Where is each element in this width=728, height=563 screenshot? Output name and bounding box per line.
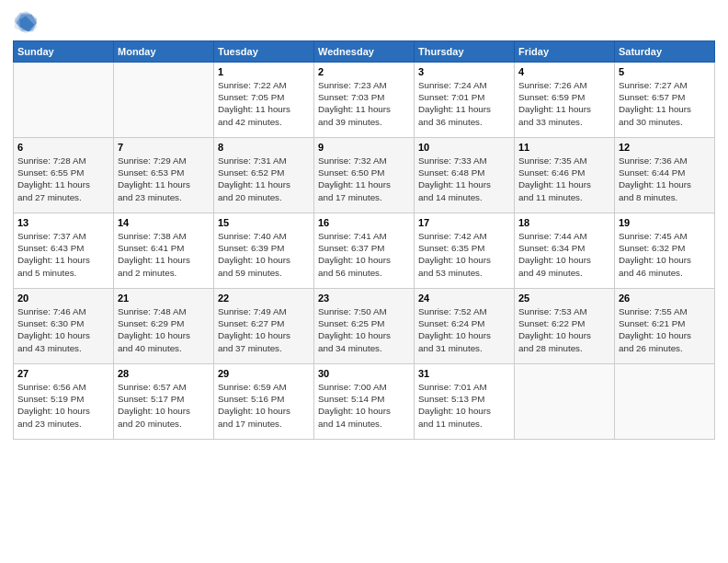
- day-number: 6: [17, 142, 109, 153]
- day-number: 19: [619, 217, 711, 228]
- day-number: 20: [17, 293, 109, 304]
- col-header-tuesday: Tuesday: [214, 41, 314, 63]
- day-info: Sunrise: 7:52 AM Sunset: 6:24 PM Dayligh…: [418, 305, 510, 354]
- day-cell: 30Sunrise: 7:00 AM Sunset: 5:14 PM Dayli…: [314, 364, 415, 440]
- day-info: Sunrise: 7:38 AM Sunset: 6:41 PM Dayligh…: [118, 230, 210, 279]
- day-number: 12: [619, 142, 711, 153]
- day-cell: 18Sunrise: 7:44 AM Sunset: 6:34 PM Dayli…: [515, 213, 615, 289]
- day-info: Sunrise: 7:29 AM Sunset: 6:53 PM Dayligh…: [118, 155, 210, 203]
- day-number: 16: [318, 217, 410, 228]
- day-number: 4: [518, 66, 610, 77]
- day-number: 11: [518, 142, 610, 153]
- day-number: 13: [17, 217, 109, 228]
- header: [13, 9, 715, 35]
- day-cell: 14Sunrise: 7:38 AM Sunset: 6:41 PM Dayli…: [114, 213, 214, 289]
- day-info: Sunrise: 7:22 AM Sunset: 7:05 PM Dayligh…: [218, 79, 310, 128]
- day-info: Sunrise: 7:37 AM Sunset: 6:43 PM Dayligh…: [17, 230, 109, 279]
- day-cell: 27Sunrise: 6:56 AM Sunset: 5:19 PM Dayli…: [14, 364, 114, 440]
- logo: [13, 9, 42, 35]
- day-number: 21: [118, 293, 210, 304]
- day-cell: 7Sunrise: 7:29 AM Sunset: 6:53 PM Daylig…: [114, 138, 214, 213]
- day-number: 18: [518, 217, 610, 228]
- day-cell: 3Sunrise: 7:24 AM Sunset: 7:01 PM Daylig…: [415, 63, 515, 138]
- day-info: Sunrise: 7:42 AM Sunset: 6:35 PM Dayligh…: [418, 230, 510, 279]
- day-info: Sunrise: 7:23 AM Sunset: 7:03 PM Dayligh…: [318, 79, 410, 128]
- day-cell: [515, 364, 615, 440]
- day-cell: 22Sunrise: 7:49 AM Sunset: 6:27 PM Dayli…: [214, 289, 314, 364]
- day-cell: 12Sunrise: 7:36 AM Sunset: 6:44 PM Dayli…: [615, 138, 715, 213]
- day-cell: [615, 364, 715, 440]
- day-info: Sunrise: 7:41 AM Sunset: 6:37 PM Dayligh…: [318, 230, 410, 279]
- day-cell: 10Sunrise: 7:33 AM Sunset: 6:48 PM Dayli…: [415, 138, 515, 213]
- day-info: Sunrise: 7:00 AM Sunset: 5:14 PM Dayligh…: [318, 381, 410, 430]
- main-container: SundayMondayTuesdayWednesdayThursdayFrid…: [0, 0, 728, 449]
- day-info: Sunrise: 6:59 AM Sunset: 5:16 PM Dayligh…: [218, 381, 310, 430]
- day-info: Sunrise: 7:26 AM Sunset: 6:59 PM Dayligh…: [518, 79, 610, 128]
- day-cell: 25Sunrise: 7:53 AM Sunset: 6:22 PM Dayli…: [515, 289, 615, 364]
- day-number: 17: [418, 217, 510, 228]
- day-info: Sunrise: 7:31 AM Sunset: 6:52 PM Dayligh…: [218, 155, 310, 203]
- day-number: 25: [518, 293, 610, 304]
- day-number: 7: [118, 142, 210, 153]
- day-info: Sunrise: 7:45 AM Sunset: 6:32 PM Dayligh…: [619, 230, 711, 279]
- day-info: Sunrise: 7:55 AM Sunset: 6:21 PM Dayligh…: [619, 305, 711, 354]
- day-number: 14: [118, 217, 210, 228]
- day-number: 1: [218, 66, 310, 77]
- logo-icon: [13, 9, 39, 35]
- day-number: 2: [318, 66, 410, 77]
- day-number: 8: [218, 142, 310, 153]
- day-cell: 2Sunrise: 7:23 AM Sunset: 7:03 PM Daylig…: [314, 63, 415, 138]
- day-info: Sunrise: 7:48 AM Sunset: 6:29 PM Dayligh…: [118, 305, 210, 354]
- day-number: 15: [218, 217, 310, 228]
- day-number: 28: [118, 368, 210, 379]
- day-cell: 4Sunrise: 7:26 AM Sunset: 6:59 PM Daylig…: [515, 63, 615, 138]
- day-number: 30: [318, 368, 410, 379]
- day-cell: 24Sunrise: 7:52 AM Sunset: 6:24 PM Dayli…: [415, 289, 515, 364]
- week-row-1: 1Sunrise: 7:22 AM Sunset: 7:05 PM Daylig…: [14, 63, 715, 138]
- day-cell: 9Sunrise: 7:32 AM Sunset: 6:50 PM Daylig…: [314, 138, 415, 213]
- day-number: 9: [318, 142, 410, 153]
- day-cell: 6Sunrise: 7:28 AM Sunset: 6:55 PM Daylig…: [14, 138, 114, 213]
- day-cell: 23Sunrise: 7:50 AM Sunset: 6:25 PM Dayli…: [314, 289, 415, 364]
- day-number: 29: [218, 368, 310, 379]
- day-cell: 16Sunrise: 7:41 AM Sunset: 6:37 PM Dayli…: [314, 213, 415, 289]
- day-info: Sunrise: 7:32 AM Sunset: 6:50 PM Dayligh…: [318, 155, 410, 203]
- day-cell: [114, 63, 214, 138]
- day-cell: 26Sunrise: 7:55 AM Sunset: 6:21 PM Dayli…: [615, 289, 715, 364]
- day-info: Sunrise: 7:49 AM Sunset: 6:27 PM Dayligh…: [218, 305, 310, 354]
- day-info: Sunrise: 7:24 AM Sunset: 7:01 PM Dayligh…: [418, 79, 510, 128]
- day-number: 24: [418, 293, 510, 304]
- day-cell: 19Sunrise: 7:45 AM Sunset: 6:32 PM Dayli…: [615, 213, 715, 289]
- day-cell: 13Sunrise: 7:37 AM Sunset: 6:43 PM Dayli…: [14, 213, 114, 289]
- day-number: 27: [17, 368, 109, 379]
- day-info: Sunrise: 7:46 AM Sunset: 6:30 PM Dayligh…: [17, 305, 109, 354]
- col-header-saturday: Saturday: [615, 41, 715, 63]
- day-cell: 21Sunrise: 7:48 AM Sunset: 6:29 PM Dayli…: [114, 289, 214, 364]
- day-info: Sunrise: 7:28 AM Sunset: 6:55 PM Dayligh…: [17, 155, 109, 203]
- week-row-5: 27Sunrise: 6:56 AM Sunset: 5:19 PM Dayli…: [14, 364, 715, 440]
- col-header-monday: Monday: [114, 41, 214, 63]
- header-row: SundayMondayTuesdayWednesdayThursdayFrid…: [14, 41, 715, 63]
- day-cell: 1Sunrise: 7:22 AM Sunset: 7:05 PM Daylig…: [214, 63, 314, 138]
- week-row-2: 6Sunrise: 7:28 AM Sunset: 6:55 PM Daylig…: [14, 138, 715, 213]
- day-info: Sunrise: 7:27 AM Sunset: 6:57 PM Dayligh…: [619, 79, 711, 128]
- calendar-table: SundayMondayTuesdayWednesdayThursdayFrid…: [13, 40, 715, 440]
- day-info: Sunrise: 7:01 AM Sunset: 5:13 PM Dayligh…: [418, 381, 510, 430]
- day-cell: 20Sunrise: 7:46 AM Sunset: 6:30 PM Dayli…: [14, 289, 114, 364]
- day-info: Sunrise: 7:36 AM Sunset: 6:44 PM Dayligh…: [619, 155, 711, 203]
- day-info: Sunrise: 7:33 AM Sunset: 6:48 PM Dayligh…: [418, 155, 510, 203]
- day-cell: 11Sunrise: 7:35 AM Sunset: 6:46 PM Dayli…: [515, 138, 615, 213]
- day-number: 5: [619, 66, 711, 77]
- day-number: 23: [318, 293, 410, 304]
- day-number: 3: [418, 66, 510, 77]
- day-info: Sunrise: 7:40 AM Sunset: 6:39 PM Dayligh…: [218, 230, 310, 279]
- day-cell: 17Sunrise: 7:42 AM Sunset: 6:35 PM Dayli…: [415, 213, 515, 289]
- day-cell: 31Sunrise: 7:01 AM Sunset: 5:13 PM Dayli…: [415, 364, 515, 440]
- col-header-thursday: Thursday: [415, 41, 515, 63]
- day-info: Sunrise: 7:50 AM Sunset: 6:25 PM Dayligh…: [318, 305, 410, 354]
- day-cell: 15Sunrise: 7:40 AM Sunset: 6:39 PM Dayli…: [214, 213, 314, 289]
- day-cell: 28Sunrise: 6:57 AM Sunset: 5:17 PM Dayli…: [114, 364, 214, 440]
- day-info: Sunrise: 7:35 AM Sunset: 6:46 PM Dayligh…: [518, 155, 610, 203]
- day-cell: 8Sunrise: 7:31 AM Sunset: 6:52 PM Daylig…: [214, 138, 314, 213]
- day-cell: [14, 63, 114, 138]
